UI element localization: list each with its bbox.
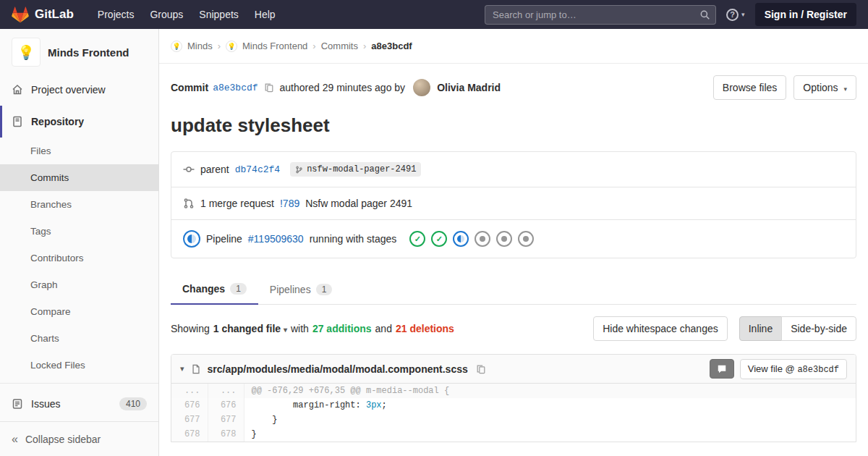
nav-item-snippets[interactable]: Snippets <box>191 0 246 29</box>
code-line: } <box>244 427 856 442</box>
project-sidebar: 💡 Minds Frontend Project overview Reposi… <box>0 29 159 456</box>
pipeline-row: Pipeline #119509630 running with stages … <box>171 219 856 258</box>
stage-running-icon[interactable] <box>453 231 469 247</box>
file-icon <box>191 364 201 374</box>
commit-info-box: parent db74c2f4 nsfw-modal-pager-2491 1 … <box>171 151 856 258</box>
diff-view-toggle: Inline Side-by-side <box>739 316 856 341</box>
sidebar-subitem-compare[interactable]: Compare <box>0 298 158 325</box>
project-context[interactable]: 💡 Minds Frontend <box>0 29 158 74</box>
author-name: Olivia Madrid <box>437 82 501 93</box>
view-file-label: View file @ <box>748 363 795 374</box>
help-dropdown[interactable]: ? ▾ <box>726 9 745 21</box>
new-line-number[interactable]: 678 <box>208 427 244 442</box>
view-file-button[interactable]: View file @ a8e3bcdf <box>740 359 847 379</box>
code-text: ; <box>382 400 387 410</box>
commit-label: Commit <box>171 82 208 93</box>
diff-table: ... ... @@ -676,29 +676,35 @@ m-media--m… <box>171 384 856 442</box>
tab-changes-label: Changes <box>182 283 225 295</box>
merge-request-icon <box>183 198 195 209</box>
merge-request-link[interactable]: !789 <box>280 198 299 209</box>
sidebar-item-label: Issues <box>31 398 60 410</box>
search-icon <box>699 9 710 20</box>
copy-file-path-button[interactable] <box>475 363 488 376</box>
sidebar-item-project-overview[interactable]: Project overview <box>0 74 158 106</box>
stage-created-icon[interactable] <box>518 231 534 247</box>
with-label: with <box>291 323 309 334</box>
sidebar-divider <box>0 383 158 384</box>
diff-file-header: ▾ src/app/modules/media/modal/modal.comp… <box>171 355 856 384</box>
old-line-number[interactable]: 678 <box>171 427 208 442</box>
chevron-right-icon: › <box>312 41 315 51</box>
pipeline-status-running-icon[interactable] <box>183 230 200 248</box>
copy-icon <box>476 364 486 374</box>
showing-label: Showing <box>171 323 210 334</box>
stage-success-icon[interactable]: ✓ <box>431 231 447 247</box>
options-dropdown-button[interactable]: Options ▾ <box>793 75 856 100</box>
tab-pipelines-count: 1 <box>316 284 333 295</box>
chevron-right-icon: › <box>218 41 221 51</box>
copy-icon <box>264 83 274 93</box>
tab-pipelines-label: Pipelines <box>270 284 311 295</box>
home-icon <box>12 84 23 96</box>
parent-sha-link[interactable]: db74c2f4 <box>235 164 280 175</box>
collapse-diff-caret[interactable]: ▾ <box>180 364 184 373</box>
search-input[interactable] <box>485 6 715 24</box>
inline-view-button[interactable]: Inline <box>739 316 782 341</box>
stage-success-icon[interactable]: ✓ <box>409 231 425 247</box>
sidebar-item-label: Repository <box>31 116 84 127</box>
sidebar-subitem-branches[interactable]: Branches <box>0 191 158 218</box>
breadcrumb-commits-link[interactable]: Commits <box>321 41 358 51</box>
browse-files-button[interactable]: Browse files <box>713 75 786 100</box>
nav-item-projects[interactable]: Projects <box>90 0 142 29</box>
options-label: Options <box>803 82 838 93</box>
chevron-right-icon: › <box>363 41 366 51</box>
sidebar-subitem-commits[interactable]: Commits <box>0 164 158 191</box>
sidebar-subitem-contributors[interactable]: Contributors <box>0 245 158 271</box>
toggle-comments-button[interactable] <box>710 359 734 379</box>
code-line: margin-right: 3px; <box>244 398 856 413</box>
sign-in-button[interactable]: Sign in / Register <box>755 3 856 26</box>
collapse-sidebar-button[interactable]: « Collapse sidebar <box>0 421 158 456</box>
parent-row: parent db74c2f4 nsfw-modal-pager-2491 <box>171 152 856 187</box>
stage-created-icon[interactable] <box>496 231 512 247</box>
sidebar-subitem-locked-files[interactable]: Locked Files <box>0 352 158 379</box>
breadcrumb-project-link[interactable]: Minds Frontend <box>242 41 307 51</box>
merge-request-row: 1 merge request !789 Nsfw modal pager 24… <box>171 187 856 219</box>
commit-tabs: Changes 1 Pipelines 1 <box>171 274 856 305</box>
branch-ref-pill[interactable]: nsfw-modal-pager-2491 <box>290 162 421 177</box>
old-line-number[interactable]: 677 <box>171 413 208 427</box>
new-line-number[interactable]: 677 <box>208 413 244 427</box>
side-by-side-view-button[interactable]: Side-by-side <box>781 316 856 341</box>
gitlab-home-link[interactable]: GitLab <box>12 6 74 23</box>
nav-item-groups[interactable]: Groups <box>142 0 191 29</box>
sidebar-subitem-graph[interactable]: Graph <box>0 271 158 298</box>
pipeline-mini-graph: ✓✓ <box>409 231 534 247</box>
tab-changes-count: 1 <box>230 283 247 295</box>
old-line-number[interactable]: 676 <box>171 398 208 413</box>
sidebar-subitem-files[interactable]: Files <box>0 138 158 164</box>
branch-icon <box>295 166 303 174</box>
old-line-number[interactable]: ... <box>171 384 208 398</box>
search-box[interactable] <box>485 5 716 25</box>
diff-file: ▾ src/app/modules/media/modal/modal.comp… <box>171 354 856 442</box>
commit-sha-link[interactable]: a8e3bcdf <box>213 83 258 93</box>
stage-created-icon[interactable] <box>475 231 490 247</box>
tab-changes[interactable]: Changes 1 <box>171 274 258 305</box>
nav-item-help[interactable]: Help <box>247 0 284 29</box>
new-line-number[interactable]: 676 <box>208 398 244 413</box>
sidebar-subitem-tags[interactable]: Tags <box>0 218 158 245</box>
code-text: } <box>252 415 278 425</box>
sidebar-item-label: Project overview <box>31 84 106 96</box>
new-line-number[interactable]: ... <box>208 384 244 398</box>
breadcrumb-group-link[interactable]: Minds <box>187 41 213 51</box>
help-icon: ? <box>726 9 739 21</box>
tab-pipelines[interactable]: Pipelines 1 <box>258 274 344 304</box>
sidebar-subitem-charts[interactable]: Charts <box>0 325 158 352</box>
changed-files-dropdown[interactable]: 1 changed file ▾ <box>213 323 287 334</box>
copy-sha-button[interactable] <box>263 81 276 94</box>
hide-whitespace-button[interactable]: Hide whitespace changes <box>593 316 728 341</box>
branch-name: nsfw-modal-pager-2491 <box>307 164 416 174</box>
sidebar-item-repository[interactable]: Repository <box>0 106 158 138</box>
sidebar-item-issues[interactable]: Issues 410 <box>0 388 158 420</box>
pipeline-id-link[interactable]: #119509630 <box>248 233 304 245</box>
